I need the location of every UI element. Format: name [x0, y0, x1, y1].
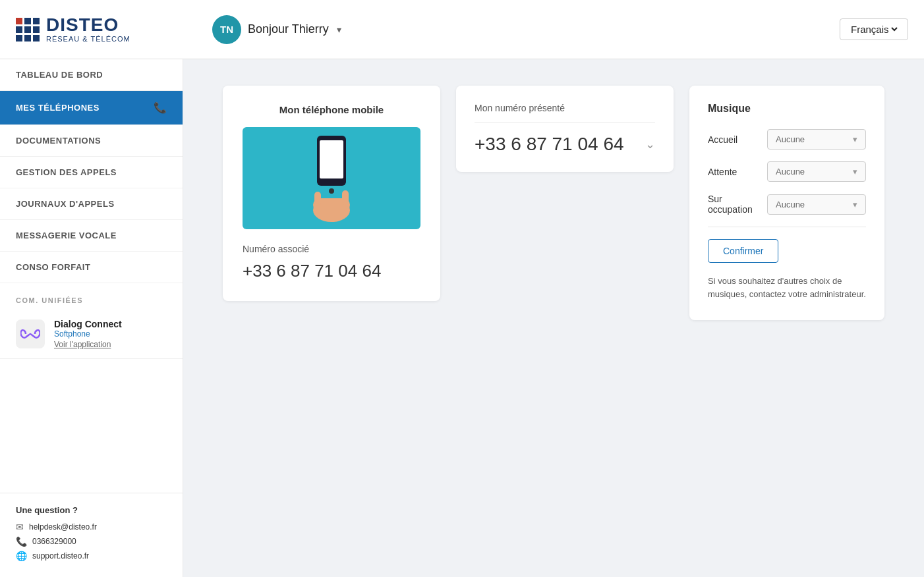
logo-grid — [16, 18, 40, 41]
app-name: Dialog Connect — [54, 319, 122, 329]
logo-brand: DISTEO — [46, 16, 130, 34]
dialog-connect-icon — [20, 328, 40, 340]
music-divider — [708, 227, 866, 227]
user-menu-button[interactable]: TN Bonjour Thierry ▾ — [212, 15, 341, 44]
svg-rect-6 — [342, 190, 349, 205]
sidebar-item-journaux-d-appels[interactable]: JOURNAUX D'APPELS — [0, 188, 183, 220]
music-accueil-select[interactable]: Aucune ▾ — [767, 129, 866, 150]
main-content: Mon téléphone mobile — [183, 59, 924, 577]
phone-card: Mon téléphone mobile — [223, 86, 440, 301]
music-attente-select[interactable]: Aucune ▾ — [767, 161, 866, 182]
email-icon: ✉ — [16, 522, 24, 532]
sidebar-item-tableau-de-bord[interactable]: TABLEAU DE BORD — [0, 59, 183, 91]
music-sur-occupation-label: Sur occupation — [708, 194, 767, 215]
music-sur-occupation-value: Aucune — [776, 200, 805, 209]
music-row-sur-occupation: Sur occupation Aucune ▾ — [708, 194, 866, 215]
number-divider — [475, 123, 655, 123]
cards-row: Mon téléphone mobile — [223, 86, 884, 320]
number-card-label: Mon numéro présenté — [475, 103, 655, 113]
presented-number: +33 6 87 71 04 64 — [475, 134, 624, 155]
footer-phone-row: 📞 0366329000 — [16, 536, 167, 547]
music-card: Musique Accueil Aucune ▾ Attente Aucune … — [689, 86, 884, 320]
phone-footer-icon: 📞 — [16, 536, 27, 547]
logo-text: DISTEO RÉSEAU & TÉLÉCOM — [46, 16, 130, 43]
chevron-attente-icon: ▾ — [853, 167, 857, 177]
sidebar-item-conso-forfait[interactable]: CONSO FORFAIT — [0, 252, 183, 283]
sidebar-section-label: COM. UNIFIÉES — [0, 283, 183, 310]
svg-point-2 — [329, 188, 334, 194]
music-title: Musique — [708, 103, 866, 115]
footer-question: Une question ? — [16, 505, 167, 515]
phone-icon: 📞 — [154, 101, 167, 114]
logo-sub: RÉSEAU & TÉLÉCOM — [46, 36, 130, 43]
footer-website-row: 🌐 support.disteo.fr — [16, 551, 167, 561]
footer-email[interactable]: helpdesk@disteo.fr — [29, 522, 97, 532]
footer-email-row: ✉ helpdesk@disteo.fr — [16, 522, 167, 532]
numero-associe-label: Numéro associé — [243, 244, 420, 254]
chevron-sur-occupation-icon: ▾ — [853, 200, 857, 209]
number-display: +33 6 87 71 04 64 ⌄ — [475, 134, 655, 155]
music-accueil-label: Accueil — [708, 134, 737, 145]
globe-icon: 🌐 — [16, 551, 27, 561]
sidebar-item-documentations[interactable]: DOCUMENTATIONS — [0, 125, 183, 157]
number-chevron-icon[interactable]: ⌄ — [645, 137, 655, 151]
avatar: TN — [212, 15, 241, 44]
chevron-down-icon: ▾ — [337, 24, 341, 35]
logo-area: DISTEO RÉSEAU & TÉLÉCOM — [16, 16, 199, 43]
music-sur-occupation-select[interactable]: Aucune ▾ — [767, 194, 866, 215]
sidebar-item-messagerie-vocale[interactable]: MESSAGERIE VOCALE — [0, 220, 183, 252]
svg-rect-1 — [320, 140, 343, 179]
phone-in-hand-svg — [299, 132, 364, 225]
footer-website[interactable]: support.disteo.fr — [32, 551, 89, 561]
phone-card-title: Mon téléphone mobile — [243, 104, 420, 115]
svg-rect-5 — [314, 192, 321, 206]
chevron-accueil-icon: ▾ — [853, 134, 857, 144]
music-accueil-value: Aucune — [776, 134, 805, 144]
sidebar-item-gestion-des-appels[interactable]: GESTION DES APPELS — [0, 157, 183, 188]
sidebar-item-mes-telephones[interactable]: MES TÉLÉPHONES 📞 — [0, 91, 183, 125]
music-row-attente: Attente Aucune ▾ — [708, 161, 866, 182]
confirm-button[interactable]: Confirmer — [708, 239, 778, 263]
sidebar-nav: TABLEAU DE BORD MES TÉLÉPHONES 📞 DOCUMEN… — [0, 59, 183, 493]
language-selector[interactable]: Français English Español — [840, 18, 908, 40]
app-type: Softphone — [54, 329, 122, 339]
sidebar-footer: Une question ? ✉ helpdesk@disteo.fr 📞 03… — [0, 493, 183, 577]
header: DISTEO RÉSEAU & TÉLÉCOM TN Bonjour Thier… — [0, 0, 924, 59]
phone-illustration — [243, 127, 420, 229]
header-middle: TN Bonjour Thierry ▾ — [199, 15, 908, 44]
music-row-accueil: Accueil Aucune ▾ — [708, 129, 866, 150]
music-attente-label: Attente — [708, 167, 737, 177]
language-select-input[interactable]: Français English Español — [848, 23, 900, 36]
music-attente-value: Aucune — [776, 167, 805, 177]
app-link[interactable]: Voir l'application — [54, 340, 122, 349]
greeting-text: Bonjour Thierry — [248, 22, 329, 36]
numero-associe-number: +33 6 87 71 04 64 — [243, 261, 420, 281]
footer-phone[interactable]: 0366329000 — [32, 537, 76, 546]
number-card: Mon numéro présenté +33 6 87 71 04 64 ⌄ — [456, 86, 674, 172]
sidebar: TABLEAU DE BORD MES TÉLÉPHONES 📞 DOCUMEN… — [0, 59, 183, 577]
body: TABLEAU DE BORD MES TÉLÉPHONES 📞 DOCUMEN… — [0, 59, 924, 577]
app-icon — [16, 319, 45, 348]
music-note: Si vous souhaitez d'autres choix de musi… — [708, 275, 866, 300]
app-info: Dialog Connect Softphone Voir l'applicat… — [54, 319, 122, 349]
sidebar-app: Dialog Connect Softphone Voir l'applicat… — [0, 310, 183, 359]
